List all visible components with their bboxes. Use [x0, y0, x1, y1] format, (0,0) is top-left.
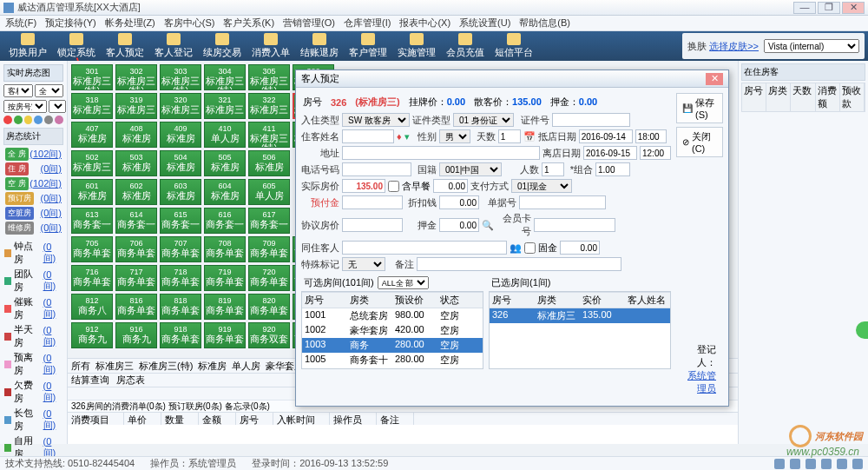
special-select[interactable]: 无 [342, 257, 385, 271]
avail-row[interactable]: 1001总统套房980.00空房 [302, 308, 483, 323]
room-613[interactable]: 613商务套一 [71, 208, 113, 234]
stat-row[interactable]: 全 房(102间) [3, 147, 63, 162]
room-614[interactable]: 614商务套一 [115, 208, 157, 234]
room-604[interactable]: 604标准房 [204, 179, 246, 205]
room-720[interactable]: 720商务单套 [248, 265, 290, 291]
toolbar-续房交易[interactable]: 续房交易 [198, 31, 247, 61]
room-708[interactable]: 708商务单套 [204, 236, 246, 262]
room-319[interactable]: 319标准房三 [115, 93, 157, 119]
selected-row[interactable]: 326标准房三135.00 [490, 308, 670, 323]
toolbar-锁定系统[interactable]: 锁定系统 [52, 31, 101, 61]
log-tab[interactable]: 结算查询 [71, 374, 109, 387]
avail-row[interactable]: 1002豪华套房420.00空房 [302, 323, 483, 338]
minimize-button[interactable]: — [793, 2, 816, 14]
toolbar-客户管理[interactable]: 客户管理 [344, 31, 392, 61]
room-321[interactable]: 321标准房三 [204, 93, 246, 119]
room-707[interactable]: 707商务单套 [160, 236, 201, 262]
toolbar-切换用户[interactable]: 切换用户 [3, 31, 52, 61]
room-305[interactable]: 305标准房三(特) [248, 64, 290, 90]
room-303[interactable]: 303标准房三(特) [160, 64, 201, 90]
stat-row[interactable]: 空脏房(0间) [3, 206, 63, 221]
room-719[interactable]: 719商务单套 [204, 265, 246, 291]
type-row[interactable]: 钟点房(0间) [3, 239, 63, 267]
arrive-time-input[interactable] [635, 129, 667, 143]
room-616[interactable]: 616商务套一 [204, 208, 246, 234]
stat-row[interactable]: 维修房(0间) [3, 221, 63, 235]
address-input[interactable] [342, 146, 540, 160]
leave-time-input[interactable] [640, 146, 671, 160]
type-row[interactable]: 预离房(0间) [3, 350, 63, 378]
type-row[interactable]: 欠费房(0间) [3, 378, 63, 406]
room-705[interactable]: 705商务单套 [71, 236, 113, 262]
room-709[interactable]: 709商务单套 [248, 236, 290, 262]
room-301[interactable]: 301标准房三(特) [71, 64, 113, 90]
toolbar-实施管理[interactable]: 实施管理 [392, 31, 441, 61]
group-input[interactable] [595, 162, 630, 176]
arrive-date-input[interactable] [579, 129, 633, 143]
guest-name-input[interactable] [342, 129, 394, 143]
room-322[interactable]: 322标准房三 [248, 93, 290, 119]
close-dialog-button[interactable]: ⊘ 关闭(C) [676, 127, 723, 157]
room-617[interactable]: 617商务套一 [248, 208, 290, 234]
avail-filter-select[interactable]: ALL全 部 [378, 276, 429, 289]
menu-item[interactable]: 帮助信息(B) [519, 17, 570, 30]
toolbar-客人登记[interactable]: 客人登记 [149, 31, 198, 61]
room-601[interactable]: 601标准房 [71, 179, 113, 205]
people-input[interactable] [542, 162, 564, 176]
filter-all[interactable]: 全 [35, 84, 63, 97]
room-302[interactable]: 302标准房三(特) [115, 64, 157, 90]
room-602[interactable]: 602标准房 [115, 179, 157, 205]
filter-sort[interactable]: 按房号室 [3, 100, 47, 113]
roomtype-tab[interactable]: 标准房三 [95, 360, 134, 373]
room-615[interactable]: 615商务套一 [160, 208, 201, 234]
room-812[interactable]: 812商务八 [71, 294, 113, 320]
checkin-type-select[interactable]: SW 散客房 [342, 113, 410, 127]
toolbar-客人预定[interactable]: 客人预定 [101, 31, 149, 61]
days-input[interactable] [498, 129, 521, 143]
avail-row[interactable]: 1003商务280.00空房 [302, 338, 483, 353]
menu-item[interactable]: 客户关系(K) [223, 17, 274, 30]
room-912[interactable]: 912商务九 [71, 322, 113, 348]
toolbar-会员充值[interactable]: 会员充值 [441, 31, 490, 61]
filter-extra[interactable] [49, 100, 66, 113]
breakfast-check[interactable] [388, 181, 399, 192]
dialog-close-button[interactable]: ✕ [706, 73, 723, 85]
log-tab[interactable]: 房态表 [116, 374, 145, 387]
room-605[interactable]: 605单人房 [248, 179, 290, 205]
menu-item[interactable]: 报表中心(X) [399, 17, 450, 30]
avail-row[interactable]: 1006商务套十280.00空房 [302, 367, 483, 369]
menu-item[interactable]: 预定接待(Y) [45, 17, 96, 30]
phone-input[interactable] [342, 162, 411, 176]
room-506[interactable]: 506标准房 [248, 150, 290, 176]
stat-row[interactable]: 住 房(0间) [3, 162, 63, 176]
roomtype-tab[interactable]: 标准房 [198, 360, 227, 373]
toolbar-消费入单[interactable]: 消费入单 [247, 31, 295, 61]
stat-row[interactable]: 空 房(102间) [3, 176, 63, 191]
discount-input[interactable] [439, 195, 479, 209]
room-318[interactable]: 318标准房三 [71, 93, 113, 119]
menu-item[interactable]: 系统(F) [5, 17, 36, 30]
room-410[interactable]: 410单人房 [204, 122, 246, 148]
room-920[interactable]: 920商务双套 [248, 322, 290, 348]
lock-amt-input[interactable] [560, 241, 600, 255]
orderno-input[interactable] [519, 195, 606, 209]
left-tab-realtime[interactable]: 实时房态图 [3, 64, 63, 82]
room-706[interactable]: 706商务单套 [115, 236, 157, 262]
room-407[interactable]: 407标准房 [71, 122, 113, 148]
room-502[interactable]: 502标准房三 [71, 150, 113, 176]
lock-check[interactable] [524, 242, 536, 254]
paytype-select[interactable]: 01|现金 [511, 179, 572, 193]
menu-item[interactable]: 营销管理(O) [283, 17, 335, 30]
roomtype-tab[interactable]: 单人房 [232, 360, 260, 373]
toolbar-结账退房[interactable]: 结账退房 [295, 31, 344, 61]
close-button[interactable]: ✕ [842, 2, 865, 14]
type-row[interactable]: 半天房(0间) [3, 322, 63, 350]
side-handle[interactable] [856, 321, 868, 339]
member-input[interactable] [534, 218, 615, 232]
room-411[interactable]: 411标准房三(特) [248, 122, 290, 148]
room-304[interactable]: 304标准房三(特) [204, 64, 246, 90]
room-918[interactable]: 918商务单套 [160, 322, 201, 348]
maximize-button[interactable]: ❐ [818, 2, 840, 14]
roomtype-tab[interactable]: 所有 [71, 360, 90, 373]
coguest-input[interactable] [342, 241, 507, 255]
